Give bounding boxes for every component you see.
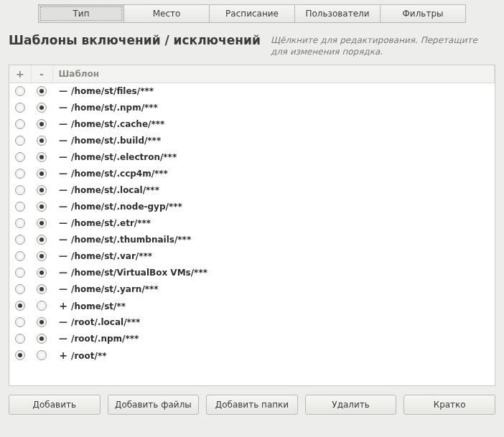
minus-icon <box>58 152 68 162</box>
include-radio[interactable] <box>15 251 25 261</box>
pattern-cell[interactable]: /home/st/.ccp4m/*** <box>52 165 495 182</box>
table-row[interactable]: /home/st/.thumbnails/*** <box>9 231 495 248</box>
table-row[interactable]: /home/st/.npm/*** <box>9 99 495 116</box>
include-radio[interactable] <box>15 185 25 195</box>
tab-1[interactable]: Место <box>123 4 210 23</box>
pattern-cell[interactable]: /home/st/.etr/*** <box>52 215 495 231</box>
exclude-radio[interactable] <box>37 251 47 261</box>
exclude-radio[interactable] <box>37 169 47 179</box>
column-header-exclude[interactable]: - <box>31 65 52 83</box>
table-row[interactable]: /home/st/** <box>9 297 495 314</box>
delete-button[interactable]: Удалить <box>305 395 397 415</box>
minus-icon <box>58 136 68 146</box>
table-row[interactable]: /home/st/.build/*** <box>9 132 495 149</box>
exclude-radio[interactable] <box>37 284 47 294</box>
exclude-radio[interactable] <box>37 185 47 195</box>
pattern-cell[interactable]: /home/st/.node-gyp/*** <box>52 198 495 215</box>
exclude-radio[interactable] <box>37 235 47 245</box>
table-row[interactable]: /home/st/.yarn/*** <box>9 281 495 297</box>
pattern-cell[interactable]: /home/st/.yarn/*** <box>52 281 495 297</box>
exclude-radio[interactable] <box>37 103 47 113</box>
pattern-path: /home/st/VirtualBox VMs/*** <box>71 268 207 278</box>
column-header-pattern[interactable]: Шаблон <box>52 65 495 83</box>
pattern-cell[interactable]: /root/.npm/*** <box>52 330 495 347</box>
table-row[interactable]: /home/st/.etr/*** <box>9 215 495 231</box>
pattern-cell[interactable]: /home/st/.build/*** <box>52 132 495 149</box>
table-row[interactable]: /home/st/.electron/*** <box>9 149 495 165</box>
column-header-include[interactable]: + <box>9 65 31 83</box>
include-radio[interactable] <box>15 284 25 294</box>
minus-icon <box>58 235 68 245</box>
table-row[interactable]: /home/st/.local/*** <box>9 182 495 198</box>
pattern-path: /home/st/.var/*** <box>71 251 152 261</box>
pattern-cell[interactable]: /home/st/files/*** <box>52 83 495 99</box>
include-radio[interactable] <box>15 218 25 228</box>
pattern-path: /home/st/files/*** <box>71 86 154 96</box>
pattern-path: /home/st/.build/*** <box>71 136 161 146</box>
exclude-radio[interactable] <box>37 136 47 146</box>
exclude-radio[interactable] <box>37 334 47 344</box>
table-row[interactable]: /home/st/VirtualBox VMs/*** <box>9 264 495 281</box>
exclude-radio[interactable] <box>37 218 47 228</box>
table-row[interactable]: /root/.local/*** <box>9 314 495 330</box>
include-radio[interactable] <box>15 235 25 245</box>
minus-icon <box>58 334 68 344</box>
pattern-cell[interactable]: /root/** <box>52 347 495 363</box>
exclude-radio[interactable] <box>37 202 47 212</box>
table-row[interactable]: /root/.npm/*** <box>9 330 495 347</box>
exclude-radio[interactable] <box>37 119 47 129</box>
include-radio[interactable] <box>15 334 25 344</box>
pattern-cell[interactable]: /home/st/.electron/*** <box>52 149 495 165</box>
tab-3[interactable]: Пользователи <box>294 4 381 23</box>
pattern-path: /home/st/.cache/*** <box>71 119 164 129</box>
include-radio[interactable] <box>15 152 25 162</box>
exclude-radio[interactable] <box>37 152 47 162</box>
tab-2[interactable]: Расписание <box>209 4 295 23</box>
include-radio[interactable] <box>15 103 25 113</box>
tab-4[interactable]: Фильтры <box>380 4 466 23</box>
table-row[interactable]: /home/st/files/*** <box>9 83 495 99</box>
brief-button[interactable]: Кратко <box>403 395 495 415</box>
tab-0[interactable]: Тип <box>38 4 124 23</box>
add-files-button[interactable]: Добавить файлы <box>108 395 200 415</box>
exclude-radio[interactable] <box>37 86 47 96</box>
include-radio[interactable] <box>15 317 25 327</box>
page-title: Шаблоны включений / исключений <box>9 33 261 47</box>
exclude-radio[interactable] <box>37 317 47 327</box>
minus-icon <box>58 169 68 179</box>
include-radio[interactable] <box>15 268 25 278</box>
pattern-cell[interactable]: /root/.local/*** <box>52 314 495 330</box>
include-radio[interactable] <box>15 350 25 360</box>
pattern-cell[interactable]: /home/st/.thumbnails/*** <box>52 231 495 248</box>
table-row[interactable]: /home/st/.node-gyp/*** <box>9 198 495 215</box>
table-row[interactable]: /home/st/.ccp4m/*** <box>9 165 495 182</box>
exclude-radio[interactable] <box>37 350 47 360</box>
minus-icon <box>58 268 68 278</box>
pattern-cell[interactable]: /home/st/VirtualBox VMs/*** <box>52 264 495 281</box>
table-row[interactable]: /root/** <box>9 347 495 363</box>
plus-icon <box>58 349 68 361</box>
table-row[interactable]: /home/st/.cache/*** <box>9 116 495 132</box>
pattern-path: /home/st/** <box>71 301 126 311</box>
pattern-cell[interactable]: /home/st/** <box>52 297 495 314</box>
include-radio[interactable] <box>15 169 25 179</box>
pattern-cell[interactable]: /home/st/.local/*** <box>52 182 495 198</box>
button-row: Добавить Добавить файлы Добавить папки У… <box>9 395 495 415</box>
add-folders-button[interactable]: Добавить папки <box>206 395 298 415</box>
pattern-cell[interactable]: /home/st/.var/*** <box>52 248 495 264</box>
exclude-radio[interactable] <box>37 268 47 278</box>
minus-icon <box>58 251 68 261</box>
minus-icon <box>58 185 68 195</box>
pattern-cell[interactable]: /home/st/.npm/*** <box>52 99 495 116</box>
table-row[interactable]: /home/st/.var/*** <box>9 248 495 264</box>
include-radio[interactable] <box>15 136 25 146</box>
include-radio[interactable] <box>15 86 25 96</box>
pattern-cell[interactable]: /home/st/.cache/*** <box>52 116 495 132</box>
include-radio[interactable] <box>15 301 25 311</box>
include-radio[interactable] <box>15 119 25 129</box>
pattern-path: /root/.npm/*** <box>71 334 139 344</box>
include-radio[interactable] <box>15 202 25 212</box>
add-button[interactable]: Добавить <box>9 395 101 415</box>
minus-icon <box>58 202 68 212</box>
exclude-radio[interactable] <box>37 301 47 311</box>
